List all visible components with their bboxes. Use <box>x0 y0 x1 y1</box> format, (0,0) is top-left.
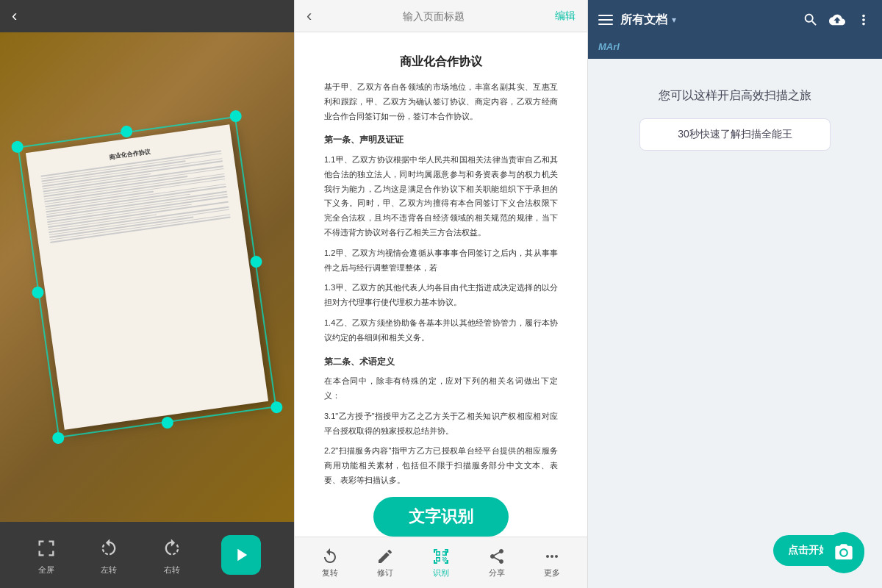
ocr-tab-label: 识别 <box>433 567 449 578</box>
home-top-bar: 所有文档 ▾ <box>588 0 882 40</box>
more-button[interactable]: 更多 <box>543 548 561 578</box>
page-title-input[interactable] <box>320 10 546 22</box>
camera-panel: ‹ 商业化合作协议 <box>0 0 294 588</box>
doc-para-4: 1.3甲、乙双方的其他代表人均各目由代主指进成决定选择的以分担对方代理事行使代理… <box>324 281 558 310</box>
fullscreen-button[interactable]: 全屏 <box>33 535 60 576</box>
share-button[interactable]: 分享 <box>488 548 506 578</box>
home-main-content: 您可以这样开启高效扫描之旅 30秒快速了解扫描全能王 <box>588 59 882 500</box>
rotate-right-icon <box>159 535 185 562</box>
app-branding-bar: MArI <box>588 40 882 59</box>
home-top-icons <box>803 12 872 28</box>
home-bottom-area: 点击开始扫描 <box>588 500 882 588</box>
fullscreen-label: 全屏 <box>38 564 54 576</box>
camera-bottom-bar: 全屏 左转 右转 <box>0 522 294 588</box>
doc-top-bar: ‹ 编辑 <box>295 0 587 32</box>
doc-title: 商业化合作协议 <box>324 54 558 70</box>
search-icon[interactable] <box>803 12 819 28</box>
camera-top-bar: ‹ <box>0 0 294 32</box>
doc-content-area: 商业化合作协议 基于甲、乙双方各自各领域的市场地位，丰富名副其实、互惠互利和跟踪… <box>295 32 587 490</box>
scan-frame <box>18 116 277 438</box>
edit-doc-button[interactable]: 修订 <box>376 548 394 578</box>
cloud-upload-icon[interactable] <box>829 12 845 28</box>
doc-section-2: 第二条、术语定义 <box>324 354 558 370</box>
rotate-right-button[interactable]: 右转 <box>159 535 185 576</box>
doc-para-7: 3.1"乙方授予"指授甲方乙之乙方关于乙相关知识产权相应相对应平台授权取得的独家… <box>324 409 558 439</box>
home-title-area: 所有文档 ▾ <box>620 12 795 28</box>
more-label: 更多 <box>544 567 560 578</box>
ocr-button-area: 文字识别 <box>295 490 587 537</box>
camera-fab-button[interactable] <box>823 532 864 573</box>
corner-br <box>270 401 283 414</box>
rotate-left-label: 左转 <box>101 564 117 576</box>
doc-section-1: 第一条、声明及证证 <box>324 132 558 148</box>
share-label: 分享 <box>489 567 505 578</box>
doc-para-6: 在本合同中，除非有特殊的定，应对下列的相关名词做出下定义： <box>324 374 558 404</box>
doc-back-button[interactable]: ‹ <box>306 7 312 26</box>
edit-doc-label: 修订 <box>377 567 393 578</box>
document-panel: ‹ 编辑 商业化合作协议 基于甲、乙双方各自各领域的市场地位，丰富名副其实、互惠… <box>294 0 588 588</box>
doc-para-3: 1.2甲、乙双方均视情会遵循从事事事合同签订之后内，其从事事件之后与经行调整管理… <box>324 246 558 276</box>
corner-mr <box>250 255 263 268</box>
doc-bottom-bar: 复转 修订 识别 分享 更多 <box>295 537 587 588</box>
doc-para-8: 2.2"扫描服务内容"指甲方乙方已授权单台经平台提供的相应服务商用功能相关素材，… <box>324 444 558 487</box>
home-tagline: 您可以这样开启高效扫描之旅 <box>659 88 811 104</box>
app-name-label: MArI <box>598 41 620 52</box>
camera-back-button[interactable]: ‹ <box>12 7 17 26</box>
restore-button[interactable]: 复转 <box>321 548 339 578</box>
corner-mb <box>161 416 174 429</box>
more-options-icon[interactable] <box>856 12 872 28</box>
doc-para-1: 基于甲、乙双方各自各领域的市场地位，丰富名副其实、互惠互利和跟踪，甲、乙双方为确… <box>324 80 558 123</box>
go-button[interactable] <box>221 535 261 575</box>
home-title: 所有文档 <box>620 12 667 28</box>
doc-para-5: 1.4乙、乙双方须坐协助备各基本并以其他经管协管力，履行本协议约定的各细则和相关… <box>324 316 558 345</box>
home-title-dropdown-arrow[interactable]: ▾ <box>672 15 676 25</box>
ocr-tab-button[interactable]: 识别 <box>432 548 450 578</box>
restore-label: 复转 <box>322 567 338 578</box>
ocr-button[interactable]: 文字识别 <box>373 497 509 537</box>
rotate-left-button[interactable]: 左转 <box>96 535 122 576</box>
corner-tr <box>229 110 243 123</box>
camera-viewport: 商业化合作协议 <box>0 32 294 522</box>
rotate-left-icon <box>96 535 122 562</box>
home-panel: 所有文档 ▾ MArI 您可以这样开启高效扫描之旅 30秒快速了解扫描全能王 点… <box>588 0 882 588</box>
corner-tl <box>11 140 24 154</box>
corner-ml <box>31 286 44 299</box>
rotate-right-label: 右转 <box>164 564 180 576</box>
edit-button[interactable]: 编辑 <box>555 10 576 23</box>
quick-intro-button[interactable]: 30秒快速了解扫描全能王 <box>639 118 831 151</box>
fullscreen-icon <box>33 535 60 562</box>
corner-bl <box>51 431 65 445</box>
doc-para-2: 1.1甲、乙双方协议根据中华人民共和国相关法律当责审自乙和其他合法的独立法人，同… <box>324 153 558 240</box>
corner-mt <box>120 125 133 138</box>
hamburger-menu-button[interactable] <box>598 15 613 25</box>
